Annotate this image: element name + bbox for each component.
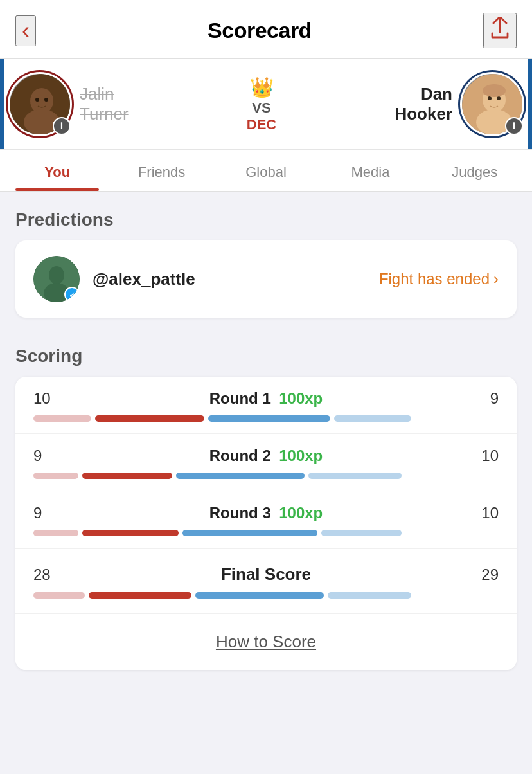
svg-point-9 [497,96,501,100]
tab-judges[interactable]: Judges [423,150,527,191]
round-3-row: 9 Round 3 100xp 10 [15,491,517,548]
final-score-row: 28 Final Score 29 [15,548,517,613]
bar-r3-blue-light [321,530,402,536]
bar-r2-red [82,473,172,479]
svg-point-8 [488,96,492,100]
bar-final-red-light [33,592,85,598]
vs-center: 👑 VS DEC [129,76,395,133]
vs-text: VS [129,100,395,116]
round-1-bars [33,415,499,422]
bar-r1-blue [208,415,330,422]
predictions-section: Predictions ✓ @alex_pattle Fight has end… [0,192,532,328]
tab-global[interactable]: Global [214,150,318,191]
verified-badge: ✓ [64,287,80,302]
round-3-score-right: 10 [466,504,499,522]
round-3-label: Round 3 [209,504,271,521]
scoring-card: 10 Round 1 100xp 9 9 Round 2 100xp [15,377,517,670]
prediction-row[interactable]: ✓ @alex_pattle Fight has ended › [15,240,517,318]
fighter-right: i Dan Hooker [395,72,524,136]
tab-friends[interactable]: Friends [109,150,213,191]
bar-r2-blue-light [308,473,402,479]
pred-status: Fight has ended › [379,270,499,288]
left-edge-bar [0,59,4,149]
left-fighter-name: Jalin Turner [80,84,129,124]
back-button[interactable]: ‹ [15,15,36,46]
tab-you[interactable]: You [5,150,109,191]
svg-point-4 [44,98,48,102]
bar-r1-red [95,415,204,422]
round-2-xp: 100xp [279,447,323,464]
round-1-row: 10 Round 1 100xp 9 [15,377,517,434]
pred-username: @alex_pattle [93,269,366,289]
bar-r3-red [82,530,179,536]
round-2-score-left: 9 [33,447,66,465]
bar-r1-blue-light [334,415,411,422]
round-3-bars [33,530,499,536]
svg-point-12 [49,266,64,284]
dec-text: DEC [129,116,395,133]
tab-media[interactable]: Media [318,150,422,191]
final-score-label: Final Score [221,564,311,584]
round-2-score-right: 10 [466,447,499,465]
scoring-title: Scoring [15,346,517,366]
round-3-xp: 100xp [279,504,323,521]
header: ‹ Scorecard [0,0,532,59]
bar-r1-red-light [33,415,91,422]
round-1-score-left: 10 [33,390,66,408]
round-1-score-right: 9 [466,390,499,408]
left-info-badge[interactable]: i [53,117,71,135]
fighter-row: i Jalin Turner 👑 VS DEC [0,59,532,150]
final-score-left: 28 [33,566,66,584]
left-avatar-wrap: i [8,72,72,136]
bar-r2-red-light [33,473,78,479]
round-2-bars [33,473,499,479]
scoring-section: Scoring 10 Round 1 100xp 9 9 [0,328,532,680]
fighter-left: i Jalin Turner [8,72,129,136]
bar-r3-red-light [33,530,78,536]
final-bars [33,592,499,598]
crown-icon: 👑 [129,76,395,98]
page-title: Scorecard [208,18,312,43]
svg-point-10 [483,84,506,97]
round-1-label: Round 1 [209,390,271,407]
bar-final-red [89,592,191,598]
round-1-xp: 100xp [279,390,323,407]
share-button[interactable] [483,13,517,48]
bar-r3-blue [182,530,317,536]
how-to-score-button[interactable]: How to Score [15,614,517,670]
final-score-right: 29 [466,566,499,584]
pred-chevron-icon: › [493,270,499,288]
bar-final-blue-light [328,592,411,598]
round-2-row: 9 Round 2 100xp 10 [15,434,517,491]
right-edge-bar [528,59,532,149]
svg-point-3 [35,98,39,102]
bar-final-blue [195,592,324,598]
predictions-title: Predictions [15,210,517,230]
bar-r2-blue [176,473,305,479]
tabs-container: You Friends Global Media Judges [0,150,532,192]
right-fighter-name: Dan Hooker [395,84,452,124]
round-3-score-left: 9 [33,504,66,522]
right-info-badge[interactable]: i [505,117,523,135]
right-avatar-wrap: i [460,72,524,136]
predictions-card: ✓ @alex_pattle Fight has ended › [15,240,517,318]
how-to-score-section: How to Score [15,613,517,670]
round-2-label: Round 2 [209,447,271,464]
pred-avatar: ✓ [33,256,80,302]
